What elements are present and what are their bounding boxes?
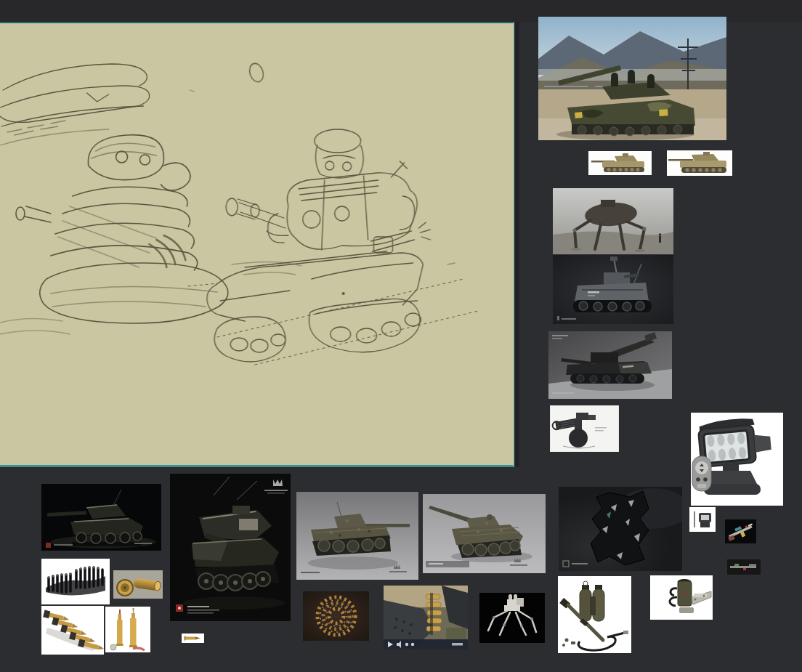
side-tank-a-art (588, 151, 652, 175)
ref-image-spider-mech[interactable] (553, 188, 673, 254)
ref-image-linked-cartridges[interactable] (41, 606, 104, 655)
canvas-sketch-layer (0, 23, 513, 465)
turret-gun-art (550, 405, 619, 452)
ref-image-mount-device[interactable] (650, 575, 713, 620)
searchlight-art (691, 413, 783, 506)
ref-image-ugv-tank[interactable] (553, 255, 673, 324)
ref-image-t34-rear[interactable] (423, 494, 546, 573)
ref-image-side-tank-a[interactable] (588, 151, 652, 175)
ugv-art (553, 255, 673, 324)
cylinder-unit (678, 579, 692, 606)
ref-image-mg-belt-video[interactable] (384, 586, 468, 649)
flamethrower-art (558, 576, 631, 653)
ref-image-rifle-cartridges[interactable] (105, 607, 150, 652)
spider-mech-art (553, 188, 673, 254)
ref-image-dark-mech[interactable] (559, 487, 682, 571)
menu-dot-icon[interactable] (411, 643, 414, 646)
ref-image-turret-gun[interactable] (550, 405, 619, 452)
reference-board-app (0, 0, 802, 672)
ref-image-mini-device[interactable] (689, 507, 716, 532)
t34-side-art (296, 492, 418, 580)
spider-thumb-art (479, 593, 545, 643)
sketch-canvas[interactable] (0, 22, 514, 467)
mount-device-art (650, 575, 713, 620)
ref-image-gun-render[interactable] (725, 519, 756, 543)
m41-tank-art (170, 474, 291, 621)
t34-rear-art (423, 494, 546, 573)
ref-image-dark-tank[interactable] (41, 484, 161, 551)
chibi-tank-sketch (188, 129, 478, 365)
ref-image-spider-mech-thumb[interactable] (479, 593, 545, 643)
ref-image-ammo-coil[interactable] (303, 591, 369, 641)
settings-icon[interactable] (405, 643, 408, 646)
missile-tank-art (548, 331, 672, 399)
ref-image-t34-side[interactable] (296, 492, 418, 580)
ref-image-k1-tank-photo[interactable] (538, 17, 726, 140)
ref-image-flamethrower-kit[interactable] (558, 576, 631, 653)
tiny-cartridge-art (182, 633, 204, 643)
ref-image-m41-tank[interactable] (170, 474, 291, 621)
shell-casings-art (113, 570, 163, 599)
mini-device-art (689, 507, 716, 532)
ref-image-tiny-cartridge[interactable] (182, 633, 204, 643)
ammo-coil-art (303, 591, 369, 641)
scale-figure (659, 233, 662, 243)
gun-strip-art (727, 559, 761, 575)
ref-image-missile-tank[interactable] (548, 331, 672, 399)
ref-image-side-tank-b[interactable] (667, 150, 732, 176)
timestamp (452, 643, 463, 646)
dark-tank-art (41, 484, 161, 551)
gun-render-art (725, 519, 756, 543)
ref-image-gun-strip[interactable] (727, 559, 761, 575)
ammo-belt-black-art (41, 559, 110, 604)
remote-control (692, 456, 711, 491)
ref-image-shell-casings[interactable] (113, 570, 163, 599)
hull-outline-sketch (0, 64, 150, 145)
mg-belt-video-art (384, 586, 468, 649)
facing-casing (117, 580, 133, 596)
ref-image-searchlight[interactable] (691, 413, 783, 506)
rifle-cartridges-art (105, 607, 150, 652)
k1-photo-art (538, 17, 726, 140)
linked-cartridges-art (41, 606, 104, 655)
side-tank-b-art (667, 150, 732, 176)
damaged-robot (591, 491, 649, 565)
dark-mech-art (559, 487, 682, 571)
blob-tank-sketch (0, 135, 301, 334)
video-player-bar[interactable] (384, 639, 468, 649)
ref-image-ammo-belt-black[interactable] (41, 559, 110, 604)
ammo-belt-column (426, 593, 442, 635)
